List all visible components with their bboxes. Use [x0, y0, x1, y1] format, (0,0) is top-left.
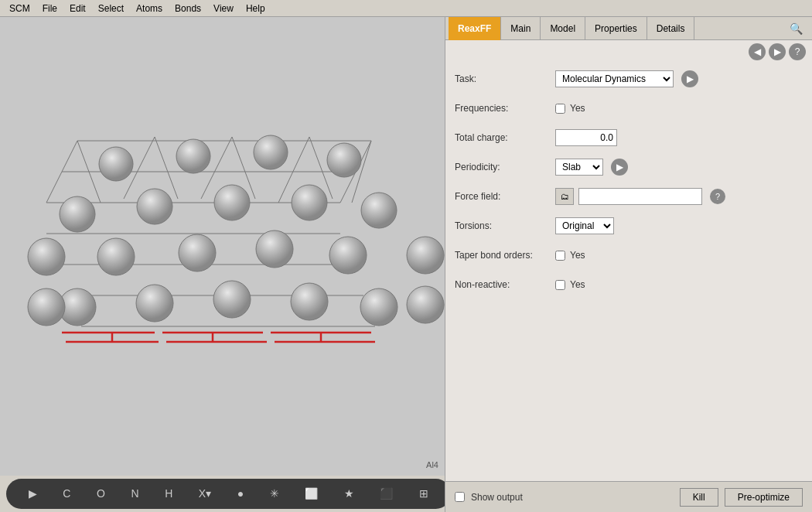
total-charge-control [555, 129, 617, 146]
non-reactive-yes-label: Yes [570, 279, 585, 290]
frequencies-control: Yes [555, 103, 585, 114]
torsions-control: Original Modified [555, 217, 614, 234]
menu-atoms[interactable]: Atoms [130, 2, 169, 15]
molecule-visualization [0, 17, 445, 476]
tab-details[interactable]: Details [647, 17, 695, 40]
svg-point-37 [179, 234, 216, 271]
svg-point-39 [329, 237, 367, 274]
periodicity-expand-button[interactable]: ▶ [611, 159, 628, 176]
menu-bonds[interactable]: Bonds [169, 2, 207, 15]
carbon-icon[interactable]: C [60, 484, 73, 503]
bottom-toolbar: ▶ C O N H X▾ ● ✳ ⬜ ★ ⬛ ⊞ [6, 479, 451, 510]
task-control: Molecular Dynamics Single Point Geometry… [555, 70, 698, 87]
viewport[interactable]: Al4 [0, 17, 445, 476]
film-icon[interactable]: ⬛ [377, 484, 396, 503]
asterisk-icon[interactable]: ✳ [267, 484, 282, 503]
taper-bond-yes-label: Yes [570, 250, 585, 261]
task-label: Task: [455, 73, 555, 84]
svg-point-44 [360, 288, 397, 326]
svg-point-31 [60, 196, 95, 232]
square-icon[interactable]: ⬜ [302, 484, 321, 503]
menu-help[interactable]: Help [240, 2, 271, 15]
non-reactive-control: Yes [555, 279, 585, 290]
torsions-label: Torsions: [455, 220, 555, 231]
svg-point-27 [99, 147, 133, 181]
total-charge-input[interactable] [555, 129, 617, 146]
svg-point-30 [327, 143, 361, 177]
task-row: Task: Molecular Dynamics Single Point Ge… [455, 70, 803, 88]
periodicity-control: Slab None Chain Bulk ▶ [555, 159, 628, 176]
svg-point-42 [213, 281, 251, 318]
nitrogen-icon[interactable]: N [128, 484, 142, 503]
force-field-control: 🗂 ? [555, 188, 725, 205]
menu-scm[interactable]: SCM [3, 2, 36, 15]
nav-forward-button[interactable]: ▶ [769, 43, 786, 60]
nav-arrows: ◀ ▶ ? [445, 40, 812, 63]
svg-point-46 [407, 237, 444, 274]
tab-main[interactable]: Main [501, 17, 541, 40]
main-layout: Al4 ▶ C O N H X▾ ● ✳ ⬜ ★ ⬛ ⊞ ReaxFF Main [0, 17, 812, 512]
torsions-row: Torsions: Original Modified [455, 217, 803, 235]
total-charge-label: Total charge: [455, 132, 555, 143]
form-content: Task: Molecular Dynamics Single Point Ge… [445, 63, 812, 481]
frequencies-yes-label: Yes [570, 103, 585, 114]
svg-point-48 [407, 286, 444, 323]
frequencies-checkbox[interactable] [555, 104, 565, 114]
show-output-checkbox[interactable] [455, 492, 465, 502]
grid-icon[interactable]: ⊞ [416, 484, 432, 503]
menu-select[interactable]: Select [92, 2, 130, 15]
force-field-row: Force field: 🗂 ? [455, 187, 803, 206]
search-button[interactable]: 🔍 [783, 19, 809, 38]
force-field-help-button[interactable]: ? [710, 189, 725, 204]
nav-back-button[interactable]: ◀ [749, 43, 766, 60]
menu-view[interactable]: View [207, 2, 240, 15]
svg-rect-0 [0, 17, 445, 476]
periodicity-label: Periodicity: [455, 162, 555, 172]
periodicity-select[interactable]: Slab None Chain Bulk [555, 159, 603, 176]
svg-point-38 [256, 230, 293, 268]
x-icon[interactable]: X▾ [196, 484, 214, 503]
svg-point-36 [97, 238, 135, 275]
svg-point-47 [28, 288, 65, 326]
menu-edit[interactable]: Edit [63, 2, 92, 15]
force-field-input[interactable] [578, 188, 702, 205]
taper-bond-label: Taper bond orders: [455, 250, 555, 261]
frequencies-label: Frequencies: [455, 103, 555, 114]
taper-bond-control: Yes [555, 250, 585, 261]
svg-point-35 [361, 193, 397, 228]
non-reactive-row: Non-reactive: Yes [455, 275, 803, 294]
svg-point-32 [137, 189, 172, 224]
total-charge-row: Total charge: [455, 128, 803, 147]
taper-bond-checkbox[interactable] [555, 251, 565, 261]
show-output-label: Show output [471, 492, 523, 503]
periodicity-row: Periodicity: Slab None Chain Bulk ▶ [455, 158, 803, 176]
menu-file[interactable]: File [36, 2, 63, 15]
tab-model[interactable]: Model [541, 17, 585, 40]
svg-point-34 [292, 185, 327, 220]
pre-optimize-button[interactable]: Pre-optimize [725, 488, 803, 507]
non-reactive-checkbox[interactable] [555, 280, 565, 290]
svg-point-41 [136, 285, 173, 322]
play-icon[interactable]: ▶ [26, 484, 40, 503]
nav-help-button[interactable]: ? [789, 43, 806, 60]
star-icon[interactable]: ★ [341, 484, 357, 503]
frequencies-row: Frequencies: Yes [455, 99, 803, 118]
tab-properties[interactable]: Properties [585, 17, 647, 40]
tab-reaxff[interactable]: ReaxFF [449, 17, 501, 40]
taper-bond-row: Taper bond orders: Yes [455, 246, 803, 265]
svg-point-28 [176, 139, 210, 173]
oxygen-icon[interactable]: O [94, 484, 108, 503]
kill-button[interactable]: Kill [680, 488, 718, 507]
force-field-browse-button[interactable]: 🗂 [555, 188, 574, 205]
task-select[interactable]: Molecular Dynamics Single Point Geometry… [555, 70, 674, 87]
svg-point-33 [214, 185, 250, 220]
hydrogen-icon[interactable]: H [162, 484, 176, 503]
right-panel: ReaxFF Main Model Properties Details 🔍 ◀… [445, 17, 812, 512]
svg-point-29 [254, 135, 288, 169]
atom-label: Al4 [426, 460, 438, 469]
circle-icon[interactable]: ● [234, 484, 247, 503]
svg-point-43 [291, 283, 328, 320]
torsions-select[interactable]: Original Modified [555, 217, 614, 234]
task-expand-button[interactable]: ▶ [681, 70, 698, 87]
force-field-label: Force field: [455, 191, 555, 202]
